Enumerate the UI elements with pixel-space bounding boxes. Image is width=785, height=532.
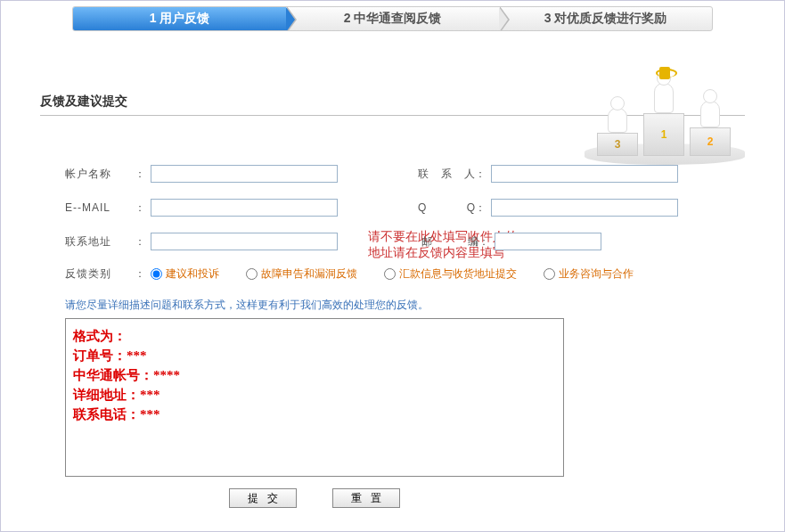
step-3: 3 对优质反馈进行奖励 xyxy=(499,7,712,30)
account-input[interactable] xyxy=(151,165,338,183)
step-3-label: 3 对优质反馈进行奖励 xyxy=(544,11,667,27)
label-account: 帐户名称 xyxy=(65,167,135,182)
radio-payment-input[interactable] xyxy=(384,268,396,280)
step-2: 2 中华通查阅反馈 xyxy=(286,7,499,30)
radio-business-input[interactable] xyxy=(544,268,555,280)
podium-illustration: 3 1 2 xyxy=(585,40,745,165)
radio-fault-input[interactable] xyxy=(246,268,258,280)
label-category: 反馈类别 xyxy=(65,266,135,282)
label-contact: 联 系 人 xyxy=(418,167,475,182)
contact-input[interactable] xyxy=(491,165,678,183)
feedback-textarea[interactable] xyxy=(65,318,564,477)
address-input[interactable] xyxy=(151,233,338,250)
radio-payment[interactable]: 汇款信息与收货地址提交 xyxy=(384,266,517,282)
step-1: 1 用户反馈 xyxy=(73,7,286,30)
postcode-input[interactable] xyxy=(495,233,601,250)
step-1-label: 1 用户反馈 xyxy=(150,11,210,27)
step-bar: 1 用户反馈 2 中华通查阅反馈 3 对优质反馈进行奖励 xyxy=(72,6,713,31)
label-email: E--MAIL xyxy=(65,201,135,214)
reset-button[interactable]: 重置 xyxy=(332,488,400,508)
hint-text: 请您尽量详细描述问题和联系方式，这样更有利于我们高效的处理您的反馈。 xyxy=(65,298,720,313)
radio-suggestion[interactable]: 建议和投诉 xyxy=(151,266,219,282)
radio-fault[interactable]: 故障申告和漏洞反馈 xyxy=(246,266,357,282)
radio-suggestion-input[interactable] xyxy=(151,268,162,280)
qq-input[interactable] xyxy=(491,199,678,217)
email-input[interactable] xyxy=(151,199,338,217)
label-postcode: 邮编 xyxy=(421,234,478,250)
step-2-label: 2 中华通查阅反馈 xyxy=(344,11,442,27)
radio-business[interactable]: 业务咨询与合作 xyxy=(544,266,634,282)
submit-button[interactable]: 提交 xyxy=(229,488,297,508)
trophy-icon xyxy=(659,67,670,79)
label-address: 联系地址 xyxy=(65,234,135,250)
label-qq: Q Q xyxy=(418,201,475,216)
feedback-form: 帐户名称 ： 联 系 人 ： E--MAIL ： Q Q ： 联系地址 ： 请不… xyxy=(65,165,720,508)
